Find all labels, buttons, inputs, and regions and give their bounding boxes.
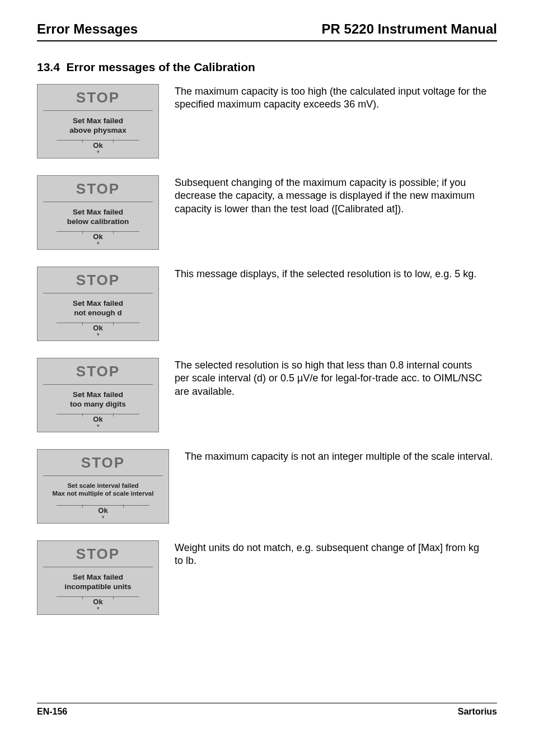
chevron-down-icon: ▾: [43, 606, 153, 611]
error-description: The maximum capacity is too high (the ca…: [175, 84, 488, 111]
lcd-message: Set Max failedbelow calibration: [43, 208, 153, 227]
lcd-ok-row: Ok▾: [43, 505, 163, 521]
section-number: 13.4: [37, 60, 60, 73]
footer-brand: Sartorius: [458, 707, 497, 717]
divider: [43, 384, 153, 385]
chevron-down-icon: ▾: [43, 515, 163, 520]
lcd-message: Set scale interval failedMax not multipl…: [43, 482, 163, 501]
lcd-message-line1: Set Max failed: [73, 208, 123, 216]
header-left: Error Messages: [37, 21, 138, 37]
error-description: The selected resolution is so high that …: [175, 358, 488, 398]
error-description: The maximum capacity is not an integer m…: [185, 449, 493, 463]
lcd-stop-label: STOP: [43, 90, 153, 107]
lcd-ok-row: Ok▾: [43, 323, 153, 338]
lcd-dialog: STOPSet Max failednot enough dOk▾: [37, 267, 159, 341]
lcd-stop-label: STOP: [43, 273, 153, 290]
divider: [57, 323, 139, 323]
divider: [57, 505, 149, 506]
lcd-dialog: STOPSet Max failedincompatible unitsOk▾: [37, 540, 159, 615]
divider: [57, 414, 139, 414]
footer-page-number: EN-156: [37, 707, 67, 717]
error-entry: STOPSet scale interval failedMax not mul…: [37, 449, 497, 524]
error-description: Subsequent changing of the maximum capac…: [175, 175, 488, 216]
error-entry: STOPSet Max failedabove physmaxOk▾The ma…: [37, 84, 497, 158]
error-entry: STOPSet Max failedbelow calibrationOk▾Su…: [37, 175, 497, 250]
error-entry: STOPSet Max failednot enough dOk▾This me…: [37, 267, 497, 341]
page: Error Messages PR 5220 Instrument Manual…: [0, 0, 534, 756]
ok-button[interactable]: Ok: [43, 324, 153, 332]
error-description: This message displays, if the selected r…: [175, 267, 476, 281]
lcd-stop-label: STOP: [43, 364, 153, 381]
divider: [43, 567, 153, 567]
lcd-message-line1: Set Max failed: [73, 390, 123, 399]
page-footer: EN-156 Sartorius: [37, 703, 497, 717]
lcd-message-line2: below calibration: [67, 217, 129, 226]
section-heading: 13.4 Error messages of the Calibration: [37, 60, 497, 74]
lcd-dialog: STOPSet Max failedabove physmaxOk▾: [37, 84, 159, 158]
page-header: Error Messages PR 5220 Instrument Manual: [37, 21, 497, 41]
divider: [57, 596, 139, 597]
lcd-message: Set Max failednot enough d: [43, 299, 153, 318]
lcd-message-line2: Max not multiple of scale interval: [53, 490, 154, 497]
lcd-message-line2: not enough d: [74, 309, 121, 317]
lcd-message: Set Max failedabove physmax: [43, 116, 153, 136]
lcd-dialog: STOPSet Max failedtoo many digitsOk▾: [37, 358, 159, 432]
lcd-message-line1: Set Max failed: [73, 299, 123, 307]
divider: [43, 110, 153, 111]
error-entries: STOPSet Max failedabove physmaxOk▾The ma…: [37, 84, 497, 615]
lcd-stop-label: STOP: [43, 455, 163, 472]
divider: [43, 475, 163, 476]
lcd-message: Set Max failedincompatible units: [43, 573, 153, 592]
chevron-down-icon: ▾: [43, 423, 153, 428]
divider: [57, 231, 139, 232]
ok-button[interactable]: Ok: [43, 415, 153, 423]
chevron-down-icon: ▾: [43, 241, 153, 246]
lcd-ok-row: Ok▾: [43, 140, 153, 156]
lcd-message: Set Max failedtoo many digits: [43, 390, 153, 409]
ok-button[interactable]: Ok: [43, 598, 153, 606]
chevron-down-icon: ▾: [43, 150, 153, 155]
lcd-ok-row: Ok▾: [43, 414, 153, 430]
section-title-text: Error messages of the Calibration: [67, 60, 255, 73]
lcd-ok-row: Ok▾: [43, 596, 153, 612]
divider: [43, 202, 153, 202]
lcd-message-line2: too many digits: [70, 400, 126, 408]
error-description: Weight units do not match, e.g. subseque…: [175, 540, 488, 568]
lcd-stop-label: STOP: [43, 547, 153, 563]
lcd-message-line2: incompatible units: [64, 582, 131, 591]
lcd-stop-label: STOP: [43, 181, 153, 198]
divider: [43, 293, 153, 293]
error-entry: STOPSet Max failedtoo many digitsOk▾The …: [37, 358, 497, 432]
ok-button[interactable]: Ok: [43, 506, 163, 515]
ok-button[interactable]: Ok: [43, 232, 153, 241]
lcd-message-line1: Set Max failed: [73, 116, 123, 125]
ok-button[interactable]: Ok: [43, 141, 153, 150]
header-right: PR 5220 Instrument Manual: [322, 21, 497, 37]
error-entry: STOPSet Max failedincompatible unitsOk▾W…: [37, 540, 497, 615]
lcd-message-line1: Set scale interval failed: [67, 482, 138, 489]
chevron-down-icon: ▾: [43, 332, 153, 337]
lcd-dialog: STOPSet Max failedbelow calibrationOk▾: [37, 175, 159, 250]
lcd-message-line2: above physmax: [69, 126, 126, 134]
divider: [57, 140, 139, 141]
lcd-message-line1: Set Max failed: [73, 573, 123, 581]
lcd-dialog: STOPSet scale interval failedMax not mul…: [37, 449, 169, 524]
lcd-ok-row: Ok▾: [43, 231, 153, 247]
